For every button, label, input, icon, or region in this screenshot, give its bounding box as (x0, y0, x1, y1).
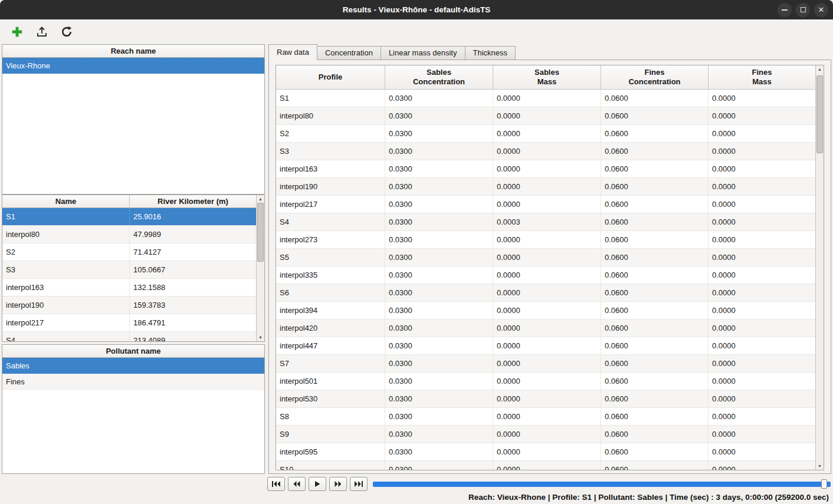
results-row[interactable]: interpol2170.03000.00000.06000.0000 (276, 196, 815, 213)
results-cell: 0.0000 (709, 461, 815, 470)
first-button[interactable] (267, 477, 285, 491)
results-row[interactable]: interpol4200.03000.00000.06000.0000 (276, 319, 815, 337)
profile-row[interactable]: S271.4127 (2, 243, 256, 261)
scroll-up-icon[interactable]: ▲ (257, 195, 264, 203)
pollutant-list-item[interactable]: Fines (2, 374, 264, 390)
results-scroll-thumb[interactable] (816, 75, 823, 153)
rewind-icon (293, 481, 300, 487)
results-row[interactable]: interpol3350.03000.00000.06000.0000 (276, 266, 815, 284)
results-row[interactable]: S30.03000.00000.06000.0000 (276, 143, 815, 160)
tab-concentration[interactable]: Concentration (317, 46, 381, 60)
results-row[interactable]: interpol5950.03000.00000.06000.0000 (276, 443, 815, 461)
results-cell: 0.0000 (493, 125, 601, 142)
results-cell: 0.0300 (385, 196, 493, 213)
results-cell: 0.0300 (385, 266, 493, 284)
results-cell: 0.0000 (493, 231, 601, 248)
results-cell: 0.0000 (709, 443, 815, 460)
results-cell: S6 (276, 284, 385, 301)
results-cell: interpol80 (276, 107, 385, 124)
add-button[interactable] (8, 23, 26, 41)
profile-cell: 159.3783 (130, 297, 256, 314)
scroll-down-icon[interactable]: ▼ (257, 334, 264, 341)
scroll-down-icon[interactable]: ▼ (816, 462, 824, 470)
results-row[interactable]: interpol5300.03000.00000.06000.0000 (276, 390, 815, 408)
results-row[interactable]: interpol2730.03000.00000.06000.0000 (276, 231, 815, 249)
export-button[interactable] (33, 23, 51, 41)
refresh-button[interactable] (58, 23, 76, 41)
results-cell: 0.0000 (709, 337, 815, 354)
pollutant-list-item[interactable]: Sables (2, 358, 264, 374)
results-cell: 0.0300 (385, 143, 493, 160)
results-row[interactable]: interpol5010.03000.00000.06000.0000 (276, 373, 815, 390)
results-row[interactable]: S80.03000.00000.06000.0000 (276, 408, 815, 426)
results-row[interactable]: interpol800.03000.00000.06000.0000 (276, 107, 815, 125)
tab-raw-data[interactable]: Raw data (268, 44, 317, 60)
time-slider-handle[interactable] (821, 479, 827, 489)
close-button[interactable]: ✕ (814, 3, 828, 17)
skip-start-icon (272, 481, 280, 487)
results-cell: S1 (276, 90, 385, 107)
minimize-button[interactable] (778, 3, 792, 17)
play-icon (315, 481, 320, 487)
profile-row[interactable]: interpol190159.3783 (2, 297, 256, 314)
results-row[interactable]: S100.03000.00000.06000.0000 (276, 461, 815, 470)
results-cell: 0.0600 (601, 284, 709, 301)
results-column-header[interactable]: SablesMass (493, 65, 601, 89)
profile-column-header[interactable]: River Kilometer (m) (130, 195, 256, 208)
results-column-header[interactable]: SablesConcentration (385, 65, 493, 89)
last-button[interactable] (350, 477, 368, 491)
results-row[interactable]: S90.03000.00000.06000.0000 (276, 426, 815, 443)
tab-linear-mass-density[interactable]: Linear mass density (381, 46, 465, 60)
results-column-header[interactable]: FinesConcentration (601, 65, 709, 89)
results-cell: 0.0000 (493, 319, 601, 337)
results-row[interactable]: S40.03000.00030.06000.0000 (276, 213, 815, 231)
tab-thickness[interactable]: Thickness (465, 46, 516, 60)
next-button[interactable] (329, 477, 347, 491)
results-cell: 0.0000 (709, 249, 815, 266)
previous-button[interactable] (288, 477, 306, 491)
profile-row[interactable]: interpol163132.1588 (2, 279, 256, 297)
results-cell: 0.0600 (601, 390, 709, 407)
results-row[interactable]: S70.03000.00000.06000.0000 (276, 355, 815, 373)
results-row[interactable]: S20.03000.00000.06000.0000 (276, 125, 815, 143)
header-line: Fines (752, 68, 772, 77)
profiles-scroll-track[interactable] (257, 203, 264, 334)
profiles-scrollbar[interactable]: ▲ ▼ (256, 195, 264, 341)
profile-row[interactable]: S4213.4089 (2, 332, 256, 341)
results-panel: Raw dataConcentrationLinear mass density… (268, 44, 831, 474)
profile-table-body: S125.9016interpol8047.9989S271.4127S3105… (2, 208, 256, 341)
results-row[interactable]: interpol1900.03000.00000.06000.0000 (276, 178, 815, 196)
profile-cell: interpol190 (2, 297, 130, 314)
results-row[interactable]: interpol4470.03000.00000.06000.0000 (276, 337, 815, 355)
results-scroll-track[interactable] (816, 73, 824, 462)
results-row[interactable]: interpol1630.03000.00000.06000.0000 (276, 160, 815, 178)
results-cell: 0.0000 (709, 213, 815, 230)
results-cell: 0.0000 (493, 302, 601, 319)
results-column-header[interactable]: FinesMass (709, 65, 815, 89)
results-cell: 0.0300 (385, 319, 493, 337)
scroll-up-icon[interactable]: ▲ (816, 65, 824, 73)
results-cell: interpol394 (276, 302, 385, 319)
profile-row[interactable]: interpol217186.4791 (2, 314, 256, 332)
results-row[interactable]: S60.03000.00000.06000.0000 (276, 284, 815, 302)
results-row[interactable]: S50.03000.00000.06000.0000 (276, 249, 815, 266)
results-row[interactable]: S10.03000.00000.06000.0000 (276, 90, 815, 107)
header-line: Mass (537, 77, 557, 87)
profile-column-header[interactable]: Name (2, 195, 130, 208)
results-cell: 0.0600 (601, 231, 709, 248)
results-table: ProfileSablesConcentrationSablesMassFine… (276, 65, 824, 470)
reach-list-item[interactable]: Vieux-Rhone (2, 58, 264, 74)
toolbar (0, 19, 833, 44)
profile-row[interactable]: interpol8047.9989 (2, 226, 256, 243)
results-cell: S10 (276, 461, 385, 470)
results-column-header[interactable]: Profile (276, 65, 385, 89)
profile-row[interactable]: S125.9016 (2, 208, 256, 226)
play-button[interactable] (309, 477, 326, 491)
time-slider[interactable] (373, 482, 831, 487)
results-cell: 0.0300 (385, 160, 493, 177)
results-row[interactable]: interpol3940.03000.00000.06000.0000 (276, 302, 815, 319)
maximize-button[interactable] (796, 3, 810, 17)
profiles-scroll-thumb[interactable] (257, 203, 264, 262)
results-scrollbar[interactable]: ▲ ▼ (815, 65, 824, 470)
profile-row[interactable]: S3105.0667 (2, 261, 256, 279)
